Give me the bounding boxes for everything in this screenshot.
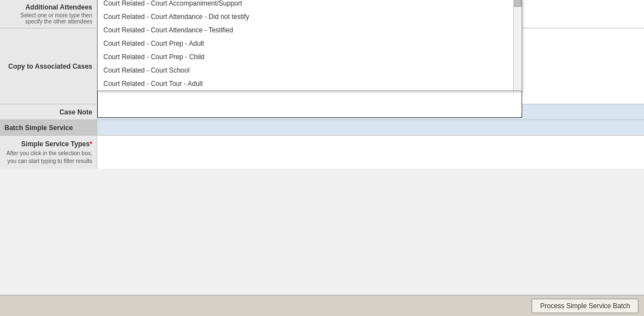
dropdown-item-3[interactable]: Court Related - Court Attendance - Did n… <box>98 10 522 23</box>
copy-label: Copy to Associated Cases <box>0 28 97 104</box>
service-types-sublabel: After you click in the selection box, yo… <box>4 150 92 165</box>
additional-attendees-title: Additional Attendees <box>4 3 92 11</box>
dropdown-scrollbar[interactable] <box>513 0 522 90</box>
dropdown-item-2[interactable]: Court Related - Court Accompaniment/Supp… <box>98 0 522 10</box>
dropdown-item-7[interactable]: Court Related - Court School <box>98 64 522 77</box>
case-note-label: Case Note <box>0 104 97 119</box>
batch-content <box>97 120 644 135</box>
dropdown-item-8[interactable]: Court Related - Court Tour - Adult <box>98 77 522 90</box>
batch-label: Batch Simple Service <box>0 120 97 135</box>
main-container: Additional Attendees Select one or more … <box>0 0 644 316</box>
batch-label-text: Batch Simple Service <box>4 124 73 132</box>
batch-simple-service-row: Batch Simple Service <box>0 120 644 136</box>
service-type-dropdown[interactable]: Court Related - Case Testimony Prep Cour… <box>97 0 522 91</box>
service-types-title: Simple Service Types* <box>4 140 92 148</box>
required-asterisk: * <box>89 140 92 148</box>
additional-attendees-sublabel: Select one or more type then specify the… <box>4 12 92 25</box>
case-note-label-text: Case Note <box>59 108 92 116</box>
simple-service-types-label: Simple Service Types* After you click in… <box>0 136 97 169</box>
copy-to-associated-cases-row: Copy to Associated Cases Court Related -… <box>0 28 644 104</box>
dropdown-item-5[interactable]: Court Related - Court Prep - Adult <box>98 37 522 50</box>
dropdown-item-6[interactable]: Court Related - Court Prep - Child <box>98 50 522 64</box>
scrollbar-thumb[interactable] <box>514 0 522 7</box>
copy-label-text: Copy to Associated Cases <box>8 63 92 70</box>
dropdown-list: Court Related - Case Testimony Prep Cour… <box>98 0 522 90</box>
process-simple-service-batch-button[interactable]: Process Simple Service Batch <box>532 299 638 313</box>
dropdown-item-4[interactable]: Court Related - Court Attendance - Testi… <box>98 23 522 37</box>
simple-service-types-row: Simple Service Types* After you click in… <box>0 136 644 169</box>
dropdown-wrapper: Court Related - Case Testimony Prep Cour… <box>97 28 522 118</box>
additional-attendees-label: Additional Attendees Select one or more … <box>0 0 97 28</box>
bottom-bar: Process Simple Service Batch <box>0 295 644 316</box>
service-types-content <box>97 136 644 169</box>
copy-content: Court Related - Case Testimony Prep Cour… <box>97 28 644 104</box>
